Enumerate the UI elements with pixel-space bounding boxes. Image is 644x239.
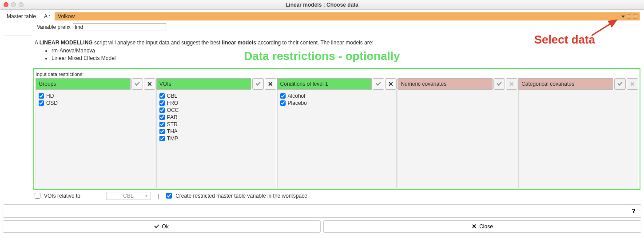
check-icon: [497, 80, 502, 85]
create-restricted-label: Create restricted master table variable …: [175, 193, 307, 199]
create-restricted-checkbox[interactable]: [166, 193, 172, 199]
desc-a: A: [35, 40, 40, 46]
divider: [4, 36, 32, 36]
close-button-label: Close: [479, 223, 493, 230]
list-item[interactable]: THA: [159, 128, 273, 135]
list-item-label: OSD: [46, 100, 58, 106]
groups-check-button[interactable]: [131, 78, 143, 90]
checkbox[interactable]: [39, 93, 44, 99]
list-item[interactable]: HD: [39, 92, 152, 100]
variable-prefix-label: Variable prefix: [37, 24, 71, 30]
list-item-label: STR: [167, 121, 178, 127]
x-icon: ✕: [509, 80, 514, 88]
numeric-check-button: [493, 78, 505, 90]
footer: ? Ok ✕ Close: [0, 203, 644, 235]
checkbox[interactable]: [159, 100, 165, 106]
vois-check-button[interactable]: [252, 78, 264, 90]
check-icon: [617, 80, 622, 85]
desc-suffix: according to their content. The linear m…: [256, 40, 374, 46]
list-item[interactable]: Alcohol: [280, 92, 394, 100]
ok-button-label: Ok: [162, 223, 168, 230]
list-item-label: PAR: [167, 114, 178, 120]
variable-prefix-input[interactable]: [73, 23, 166, 31]
window-title: Linear models : Choose data: [0, 2, 644, 8]
master-select-aux-icon-2[interactable]: [633, 14, 637, 19]
checkbox[interactable]: [159, 136, 165, 141]
restrictions-panel: Input data restrictions: Groups ✕ HD OSD…: [33, 68, 640, 190]
action-buttons-row: Ok ✕ Close: [3, 220, 641, 233]
checkbox[interactable]: [159, 122, 165, 127]
list-item-label: Alcohol: [288, 93, 305, 99]
desc-bold1: LINEAR MODELLING: [40, 40, 93, 46]
list-item-label: OCC: [167, 107, 179, 113]
list-item-label: Placebo: [288, 100, 307, 106]
list-item[interactable]: STR: [159, 121, 273, 128]
conditions-clear-button[interactable]: ✕: [385, 78, 397, 90]
close-button[interactable]: ✕ Close: [323, 220, 641, 233]
list-item[interactable]: FRO: [159, 100, 273, 107]
numeric-covariates-panel: Numeric covariates ✕: [398, 78, 517, 188]
numeric-body: [398, 90, 517, 188]
restrictions-heading: Input data restrictions:: [36, 72, 638, 77]
conditions-header: Conditions of level 1: [277, 78, 372, 90]
checkbox[interactable]: [159, 93, 165, 99]
checkbox[interactable]: [159, 129, 165, 134]
x-icon: ✕: [472, 223, 477, 230]
dropdown-triangle-icon: ▾: [145, 193, 147, 198]
separator: |: [158, 193, 159, 199]
check-icon: [135, 80, 139, 85]
master-table-label: Master table: [7, 13, 36, 20]
x-icon: ✕: [268, 80, 273, 88]
list-item-label: TMP: [167, 135, 178, 142]
command-input[interactable]: [3, 204, 626, 218]
list-item[interactable]: Placebo: [280, 100, 394, 107]
groups-header: Groups: [36, 78, 131, 90]
bottom-options-row: VOIs relative to CBL ▾ | Create restrict…: [0, 190, 644, 203]
annotation-data-restrictions: Data restrictions - optionally: [0, 49, 644, 63]
checkbox[interactable]: [280, 93, 286, 99]
categorical-clear-button: ✕: [627, 78, 638, 90]
groups-panel: Groups ✕ HD OSD: [36, 78, 155, 188]
desc-mid: script will analyse the input data and s…: [93, 40, 222, 46]
list-item-label: FRO: [167, 100, 178, 106]
conditions-check-button[interactable]: [373, 78, 384, 90]
check-icon: [376, 80, 381, 85]
check-icon: [155, 223, 159, 228]
vois-header: VOIs: [156, 78, 251, 90]
master-select-controls: [621, 14, 637, 19]
list-item-label: THA: [167, 128, 178, 135]
vois-relative-select[interactable]: CBL ▾: [106, 192, 151, 200]
list-item-label: HD: [46, 93, 54, 99]
list-item[interactable]: OCC: [159, 107, 273, 114]
x-icon: ✕: [630, 80, 635, 88]
annotation-select-data: Select data: [534, 33, 595, 47]
command-input-row: ?: [3, 204, 641, 218]
checkbox[interactable]: [159, 115, 165, 120]
vois-relative-label: VOIs relative to: [44, 193, 80, 199]
desc-bold2: linear models: [222, 40, 256, 46]
checkbox[interactable]: [280, 100, 286, 106]
list-item[interactable]: OSD: [39, 100, 152, 107]
vois-clear-button[interactable]: ✕: [265, 78, 276, 90]
help-button[interactable]: ?: [626, 204, 641, 218]
x-icon: ✕: [388, 80, 394, 88]
categorical-check-button: [614, 78, 626, 90]
categorical-body: [518, 90, 638, 188]
master-select-aux-icon[interactable]: [627, 14, 631, 19]
ok-button[interactable]: Ok: [3, 220, 321, 233]
master-a-label: A :: [44, 13, 50, 20]
list-item[interactable]: TMP: [159, 135, 273, 142]
list-item-label: CBL: [167, 93, 177, 99]
dropdown-triangle-icon[interactable]: [621, 16, 625, 18]
groups-clear-button[interactable]: ✕: [144, 78, 155, 90]
numeric-clear-button: ✕: [506, 78, 517, 90]
conditions-body: Alcohol Placebo: [277, 90, 397, 188]
list-item[interactable]: CBL: [159, 92, 273, 100]
master-table-value: Volkow: [58, 13, 75, 20]
checkbox[interactable]: [39, 100, 44, 106]
vois-relative-checkbox[interactable]: [35, 193, 40, 199]
checkbox[interactable]: [159, 108, 165, 113]
vois-relative-value: CBL: [123, 193, 133, 199]
list-item[interactable]: PAR: [159, 114, 273, 121]
master-table-select[interactable]: Volkow: [55, 12, 640, 20]
